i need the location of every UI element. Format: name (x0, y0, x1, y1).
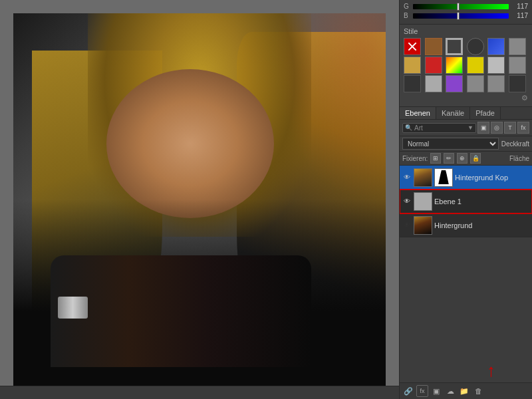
fix-icon-4[interactable]: 🔒 (470, 153, 481, 164)
style-item-12[interactable] (509, 57, 526, 74)
layer-filter-btn-2[interactable]: ◎ (491, 122, 503, 134)
face-area (106, 69, 274, 218)
color-sliders-section: G 117 B 117 (400, 0, 532, 25)
b-slider-row: B 117 (404, 12, 528, 19)
g-slider-thumb[interactable] (457, 3, 460, 11)
fx-icon[interactable]: fx (416, 385, 428, 397)
bracelet (58, 297, 88, 319)
opacity-label: Deckkraft (501, 140, 529, 148)
style-item-13[interactable] (404, 75, 421, 92)
bg-light (274, 13, 386, 200)
stile-section: Stile ⚙ (400, 25, 532, 107)
tab-ebenen[interactable]: Ebenen (400, 107, 436, 119)
canvas-bottom (0, 386, 399, 399)
layer-filter-btn-4[interactable]: fx (517, 122, 529, 134)
photo-canvas (13, 13, 386, 386)
layer-mask-1 (434, 168, 453, 187)
style-item-14[interactable] (425, 75, 442, 92)
style-item-10[interactable] (467, 57, 484, 74)
style-item-6[interactable] (509, 38, 526, 55)
layer-eye-1[interactable]: 👁 (402, 173, 412, 182)
arm-area (51, 255, 311, 367)
search-text: Art (414, 124, 466, 132)
layer-filter-btn-3[interactable]: T (504, 122, 516, 134)
style-item-9[interactable] (446, 57, 463, 74)
fix-icon-2[interactable]: ✏ (444, 153, 454, 164)
layer-thumb-2 (414, 192, 432, 211)
layer-search-box[interactable]: 🔍 Art ▼ (402, 123, 476, 133)
b-label: B (404, 12, 410, 19)
layers-list: 👁 Hintergrund Kop 👁 Ebene 1 👁 (400, 166, 532, 382)
group-icon[interactable]: 📁 (458, 385, 470, 397)
tab-pfade[interactable]: Pfade (470, 107, 501, 119)
tab-kanaele[interactable]: Kanäle (436, 107, 470, 119)
b-slider-thumb[interactable] (457, 12, 460, 20)
layer-thumb-3 (414, 216, 432, 235)
right-panel: G 117 B 117 Stile (399, 0, 532, 399)
ebenen-tabs: Ebenen Kanäle Pfade (400, 107, 532, 120)
panel-bottom: 🔗 fx ▣ ☁ 📁 🗑 (400, 382, 532, 399)
style-item-7[interactable] (404, 57, 421, 74)
style-item-17[interactable] (487, 75, 505, 92)
layer-filter-btn-1[interactable]: ▣ (477, 122, 489, 134)
layer-item-hintergrund-kop[interactable]: 👁 Hintergrund Kop (400, 166, 532, 190)
style-item-4[interactable] (467, 38, 484, 55)
stile-title: Stile (404, 27, 528, 35)
settings-icon[interactable]: ⚙ (521, 94, 528, 102)
delete-icon[interactable]: 🗑 (472, 385, 484, 397)
g-label: G (404, 3, 410, 10)
canvas-area (0, 0, 399, 399)
fix-row: Fixieren: ⊞ ✏ ⊕ 🔒 Fläche (400, 152, 532, 166)
settings-icon-row: ⚙ (404, 92, 528, 104)
style-item-5[interactable] (487, 38, 505, 55)
layer-name-2: Ebene 1 (434, 198, 529, 205)
styles-grid (404, 38, 528, 92)
g-slider-row: G 117 (404, 3, 528, 10)
layer-name-1: Hintergrund Kop (455, 174, 529, 182)
ebene1-bg (414, 193, 432, 210)
fix-icon-1[interactable]: ⊞ (430, 153, 441, 164)
fix-label: Fixieren: (402, 155, 428, 162)
thumb-person-img (414, 169, 432, 186)
b-value: 117 (511, 12, 528, 19)
b-slider-track[interactable] (413, 13, 509, 19)
style-item-1[interactable] (404, 38, 421, 55)
ebenen-panel: Ebenen Kanäle Pfade 🔍 Art ▼ ▣ ◎ T fx Nor… (400, 107, 532, 399)
search-icon: 🔍 (405, 124, 412, 131)
flaeche-label: Fläche (509, 155, 529, 162)
adjustment-icon[interactable]: ▣ (430, 385, 442, 397)
style-item-16[interactable] (467, 75, 484, 92)
ebenen-toolbar: 🔍 Art ▼ ▣ ◎ T fx (400, 120, 532, 136)
thumb-hintergrund-img (414, 217, 432, 234)
mask-icon[interactable]: ☁ (444, 385, 456, 397)
woman-photo (13, 13, 386, 386)
link-icon[interactable]: 🔗 (402, 385, 414, 397)
mask-silhouette (438, 170, 449, 184)
fix-icon-3[interactable]: ⊕ (457, 153, 467, 164)
blend-mode-row: Normal Deckkraft (400, 136, 532, 152)
style-item-15[interactable] (446, 75, 463, 92)
blend-mode-select[interactable]: Normal (402, 138, 499, 150)
g-value: 117 (511, 3, 528, 10)
layer-item-hintergrund[interactable]: 👁 Hintergrund (400, 213, 532, 237)
layer-thumb-1 (414, 168, 432, 187)
layer-item-ebene1[interactable]: 👁 Ebene 1 (400, 190, 532, 213)
style-item-2[interactable] (425, 38, 442, 55)
layer-name-3: Hintergrund (434, 221, 529, 229)
style-item-11[interactable] (487, 57, 505, 74)
style-item-3[interactable] (446, 38, 463, 55)
style-item-8[interactable] (425, 57, 442, 74)
g-slider-track[interactable] (413, 4, 509, 9)
dropdown-icon[interactable]: ▼ (467, 124, 473, 131)
style-item-18[interactable] (509, 75, 526, 92)
red-arrow-indicator: ↑ (487, 360, 495, 381)
layer-eye-2[interactable]: 👁 (402, 197, 412, 206)
layer-eye-3[interactable]: 👁 (402, 221, 412, 230)
